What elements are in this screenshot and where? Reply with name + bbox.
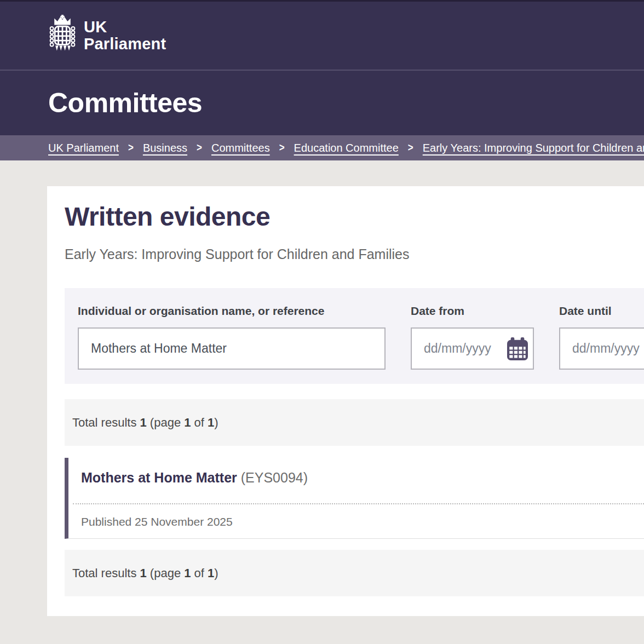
name-search-input[interactable] [78,327,386,370]
site-header: UK Parliament [0,2,644,70]
chevron-right-icon: > [128,142,134,154]
page-subtitle: Early Years: Improving Support for Child… [65,246,644,263]
breadcrumb-link-business[interactable]: Business [143,142,187,154]
date-from-label: Date from [411,304,534,318]
results-summary-bar-top: Total results 1 (page 1 of 1) [65,399,644,446]
breadcrumb-link-committees[interactable]: Committees [211,142,270,154]
chevron-right-icon: > [408,142,413,154]
date-from-field-group: Date from [411,304,534,370]
uk-parliament-logo[interactable]: UK Parliament [48,15,166,56]
portcullis-icon [48,15,77,56]
chevron-right-icon: > [279,142,285,154]
date-from-calendar-button[interactable] [507,337,528,360]
search-filter-panel: Individual or organisation name, or refe… [65,288,644,384]
calendar-icon [507,354,528,362]
name-field-label: Individual or organisation name, or refe… [78,304,386,318]
results-summary-bar-bottom: Total results 1 (page 1 of 1) [65,550,644,596]
evidence-result-card: Mothers at Home Matter (EYS0094) Publish… [65,458,644,539]
breadcrumb: UK Parliament > Business > Committees > … [0,135,644,160]
results-summary-text: Total results 1 (page 1 of 1) [72,566,219,580]
date-until-field-group: Date until [559,304,644,370]
breadcrumb-link-uk-parliament[interactable]: UK Parliament [48,142,119,154]
result-title-row: Mothers at Home Matter (EYS0094) [68,458,644,486]
chevron-right-icon: > [197,142,202,154]
logo-line2: Parliament [84,35,166,53]
result-published-date: Published 25 November 2025 [68,504,644,528]
date-until-input[interactable] [559,327,644,370]
logo-text: UK Parliament [84,19,166,53]
result-reference: (EYS0094) [241,470,308,485]
breadcrumb-link-inquiry[interactable]: Early Years: Improving Support for Child… [423,142,644,154]
page-title: Written evidence [65,202,644,232]
logo-line1: UK [84,18,107,36]
main-content-card: Written evidence Early Years: Improving … [47,186,644,616]
committees-banner: Committees [0,70,644,135]
results-summary-text: Total results 1 (page 1 of 1) [72,416,219,430]
result-title-link[interactable]: Mothers at Home Matter [81,470,237,485]
date-until-label: Date until [559,304,644,318]
committees-banner-title[interactable]: Committees [48,87,202,119]
breadcrumb-link-education-committee[interactable]: Education Committee [294,142,399,154]
name-field-group: Individual or organisation name, or refe… [78,304,386,370]
